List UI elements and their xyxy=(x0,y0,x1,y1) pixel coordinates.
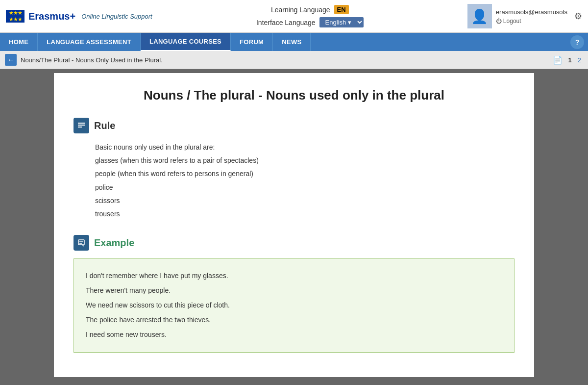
header-right: 👤 erasmusols@erasmusols ⏻ Logout ⚙ xyxy=(467,4,582,28)
header-center: Learning Language EN Interface Language … xyxy=(152,5,467,27)
nav-language-assessment[interactable]: LANGUAGE ASSESSMENT xyxy=(38,33,141,51)
interface-language-label: Interface Language xyxy=(256,19,316,26)
settings-icon[interactable]: ⚙ xyxy=(574,11,582,22)
logout-button[interactable]: ⏻ Logout xyxy=(496,18,567,25)
rule-section-header: Rule xyxy=(74,118,514,133)
page-1[interactable]: 1 xyxy=(566,56,574,64)
nav-language-courses[interactable]: LANGUAGE COURSES xyxy=(141,33,231,51)
page-title: Nouns / The plural - Nouns used only in … xyxy=(74,88,514,103)
eu-flag-icon: ★★★★★★ xyxy=(6,10,24,23)
rule-section-title: Rule xyxy=(94,120,115,131)
rule-content: Basic nouns only used in the plural are:… xyxy=(95,141,514,220)
example-box: I don't remember where I have put my gla… xyxy=(74,258,514,353)
interface-language-row: Interface Language English ▾ xyxy=(256,17,364,27)
page-numbers: 1 2 xyxy=(566,56,583,64)
example-section-title: Example xyxy=(94,237,134,249)
example-sentence-2: We need new scissors to cut this piece o… xyxy=(86,298,502,312)
learning-language-row: Learning Language EN xyxy=(271,5,349,14)
user-avatar-icon: 👤 xyxy=(471,8,488,25)
breadcrumb-bar: ← Nouns/The Plural - Nouns Only Used in … xyxy=(0,51,588,69)
header: ★★★★★★ Erasmus+ Online Linguistic Suppor… xyxy=(0,0,588,33)
rule-item-0: glasses (when this word refers to a pair… xyxy=(95,154,514,167)
page-2[interactable]: 2 xyxy=(576,56,583,64)
user-info: erasmusols@erasmusols ⏻ Logout xyxy=(496,8,567,25)
rule-icon xyxy=(74,118,89,133)
rule-intro: Basic nouns only used in the plural are: xyxy=(95,141,514,154)
username-label: erasmusols@erasmusols xyxy=(496,8,567,16)
erasmus-logo-text: Erasmus+ xyxy=(28,11,75,22)
svg-rect-0 xyxy=(78,123,85,124)
example-sentence-0: I don't remember where I have put my gla… xyxy=(86,269,502,282)
interface-language-select[interactable]: English ▾ xyxy=(319,17,364,27)
learning-language-label: Learning Language xyxy=(271,6,330,14)
nav-forum[interactable]: FORUM xyxy=(231,33,273,51)
example-section-header: Example xyxy=(74,235,514,251)
example-sentence-4: I need some new trousers. xyxy=(86,328,502,341)
rule-item-3: scissors xyxy=(95,195,514,207)
nav-news[interactable]: NEWS xyxy=(273,33,311,51)
main-wrapper: Nouns / The plural - Nouns used only in … xyxy=(0,69,588,381)
breadcrumb-text: Nouns/The Plural - Nouns Only Used in th… xyxy=(21,56,549,64)
learning-language-badge: EN xyxy=(334,5,349,14)
example-icon xyxy=(74,235,89,251)
svg-rect-1 xyxy=(78,125,85,126)
rule-item-1: people (when this word refers to persons… xyxy=(95,168,514,180)
logo-area: ★★★★★★ Erasmus+ Online Linguistic Suppor… xyxy=(6,10,152,23)
document-icon: 📄 xyxy=(553,55,563,65)
svg-rect-3 xyxy=(78,240,84,245)
content-area: Nouns / The plural - Nouns used only in … xyxy=(54,73,534,377)
nav-home[interactable]: HOME xyxy=(0,33,38,51)
rule-item-4: trousers xyxy=(95,208,514,220)
example-sentence-3: The police have arrested the two thieves… xyxy=(86,313,502,327)
help-button[interactable]: ? xyxy=(570,35,584,49)
navbar: HOME LANGUAGE ASSESSMENT LANGUAGE COURSE… xyxy=(0,33,588,51)
rule-item-2: police xyxy=(95,181,514,194)
avatar: 👤 xyxy=(467,4,492,28)
back-button[interactable]: ← xyxy=(5,54,17,66)
svg-rect-2 xyxy=(78,127,82,128)
power-icon: ⏻ xyxy=(496,18,502,25)
ols-subtitle: Online Linguistic Support xyxy=(81,13,152,20)
example-sentence-1: There weren't many people. xyxy=(86,283,502,297)
